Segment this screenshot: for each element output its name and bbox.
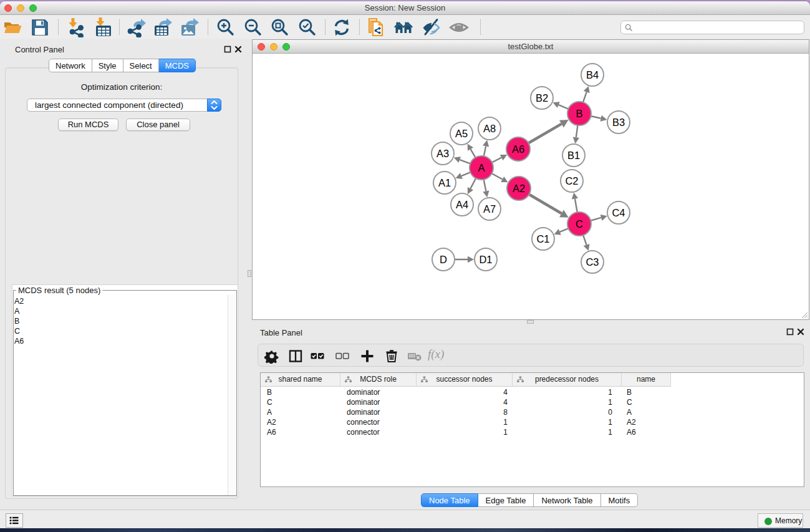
- zoom-out-icon[interactable]: [243, 17, 263, 37]
- result-item[interactable]: B: [14, 316, 24, 326]
- column-header-successor-nodes[interactable]: successor nodes: [417, 373, 513, 387]
- table-float-panel-icon[interactable]: [786, 328, 794, 336]
- table-cell: 1: [513, 427, 622, 437]
- tab-select[interactable]: Select: [123, 59, 159, 72]
- memory-label: Memory: [775, 514, 802, 528]
- tab-network[interactable]: Network: [49, 59, 92, 72]
- arrowhead: [468, 256, 474, 263]
- task-history-button[interactable]: [6, 513, 23, 528]
- table-row-B[interactable]: Bdominator41B: [261, 387, 671, 397]
- close-panel-button[interactable]: Close panel: [126, 118, 190, 131]
- result-item[interactable]: A: [14, 306, 24, 316]
- import-network-icon[interactable]: [65, 17, 85, 37]
- float-panel-icon[interactable]: [224, 46, 231, 53]
- tab-mcds[interactable]: MCDS: [159, 59, 196, 72]
- table-cell: dominator: [340, 407, 417, 417]
- search-input[interactable]: [635, 22, 801, 33]
- table-cell: A: [622, 407, 671, 417]
- table-cell: A: [261, 407, 340, 417]
- tab-edge-table[interactable]: Edge Table: [478, 493, 534, 507]
- optimization-criterion-select[interactable]: largest connected component (directed): [27, 99, 221, 112]
- status-bar: Memory: [0, 510, 810, 528]
- table-cell: B: [622, 387, 671, 397]
- node-label-A3: A3: [436, 148, 449, 159]
- table-cell: dominator: [340, 397, 417, 407]
- import-table-icon[interactable]: [93, 17, 113, 37]
- node-label-B3: B3: [612, 117, 625, 128]
- refresh-icon[interactable]: [332, 17, 352, 37]
- result-item[interactable]: A6: [14, 336, 24, 346]
- table-cell: 1: [513, 417, 622, 427]
- gear-icon[interactable]: [264, 349, 279, 364]
- table-row-A[interactable]: Adominator80A: [261, 407, 671, 417]
- result-scrollbar[interactable]: [228, 295, 236, 495]
- function-builder-icon[interactable]: f(x): [428, 347, 444, 361]
- zoom-in-icon[interactable]: [216, 17, 236, 37]
- duplicate-network-icon[interactable]: [367, 17, 387, 37]
- zoom-selected-icon[interactable]: [297, 17, 317, 37]
- tab-style[interactable]: Style: [92, 59, 123, 72]
- table-row-A2[interactable]: A2connector11A2: [261, 417, 671, 427]
- export-image-icon[interactable]: [180, 17, 200, 37]
- table-panel: Table Panel f(x) shared nameMCDS rolesuc…: [252, 324, 810, 510]
- table-cell: C: [622, 397, 671, 407]
- arrowhead: [600, 215, 607, 221]
- table-cell: 8: [417, 407, 513, 417]
- hide-panels-icon[interactable]: [421, 17, 441, 37]
- optimization-criterion-label: Optimization criterion:: [6, 82, 238, 92]
- run-mcds-button[interactable]: Run MCDS: [58, 118, 118, 131]
- export-table-icon[interactable]: [153, 17, 173, 37]
- dropdown-stepper: [207, 99, 221, 112]
- node-label-D1: D1: [479, 254, 492, 265]
- tab-motifs[interactable]: Motifs: [601, 493, 639, 507]
- deselect-all-icon[interactable]: [335, 349, 350, 364]
- column-header-name[interactable]: name: [622, 373, 671, 387]
- memory-button[interactable]: Memory: [758, 513, 803, 528]
- column-header-predecessor-nodes[interactable]: predecessor nodes: [513, 373, 622, 387]
- chevron-up-down-icon: [208, 99, 221, 111]
- column-header-label: successor nodes: [436, 375, 492, 384]
- show-panels-icon[interactable]: [449, 17, 469, 37]
- export-network-icon[interactable]: [126, 17, 146, 37]
- network-window-titlebar: testGlobe.txt: [253, 40, 809, 54]
- main-toolbar: [0, 15, 810, 39]
- select-all-icon[interactable]: [310, 349, 325, 364]
- arrowhead: [572, 193, 578, 200]
- column-header-label: MCDS role: [360, 375, 397, 384]
- table-row-A6[interactable]: A6connector11A6: [261, 427, 671, 437]
- table-cell: A6: [261, 427, 340, 437]
- mcds-tab-body: Optimization criterion: largest connecte…: [5, 67, 238, 499]
- node-label-B4: B4: [586, 69, 599, 80]
- result-item[interactable]: C: [14, 326, 24, 336]
- table-row-C[interactable]: Cdominator41C: [261, 397, 671, 407]
- table-close-panel-icon[interactable]: [797, 328, 804, 336]
- node-label-B1: B1: [567, 150, 580, 161]
- table-cell: 1: [417, 427, 513, 437]
- zoom-fit-icon[interactable]: [270, 17, 290, 37]
- node-table[interactable]: shared nameMCDS rolesuccessor nodesprede…: [260, 372, 804, 487]
- network-canvas[interactable]: AA1A3A5A8A4A7A6A2BB1B2B3B4CC1C2C3C4DD1: [253, 54, 809, 319]
- splitter-handle-vertical[interactable]: [248, 270, 251, 277]
- resize-grip-icon[interactable]: [800, 311, 808, 319]
- tab-node-table[interactable]: Node Table: [421, 493, 478, 507]
- column-header-shared-name[interactable]: shared name: [261, 373, 340, 387]
- table-panel-title: Table Panel: [260, 328, 302, 337]
- save-session-icon[interactable]: [30, 17, 50, 37]
- table-cell: 4: [417, 387, 513, 397]
- delete-table-icon[interactable]: [407, 349, 422, 364]
- delete-column-icon[interactable]: [384, 349, 399, 364]
- column-header-MCDS-role[interactable]: MCDS role: [340, 373, 417, 387]
- close-panel-icon[interactable]: [234, 46, 242, 53]
- split-columns-icon[interactable]: [288, 349, 303, 364]
- mcds-result-list[interactable]: A2ABCA6: [14, 296, 24, 346]
- search-box[interactable]: [620, 21, 804, 34]
- node-label-B: B: [576, 108, 582, 119]
- home-icon[interactable]: [393, 17, 413, 37]
- open-session-icon[interactable]: [2, 17, 22, 37]
- table-cell: 1: [417, 417, 513, 427]
- result-item[interactable]: A2: [14, 296, 24, 306]
- tab-network-table[interactable]: Network Table: [534, 493, 600, 507]
- add-column-icon[interactable]: [360, 349, 375, 364]
- table-cell: 4: [417, 397, 513, 407]
- window-title: Session: New Session: [0, 1, 810, 15]
